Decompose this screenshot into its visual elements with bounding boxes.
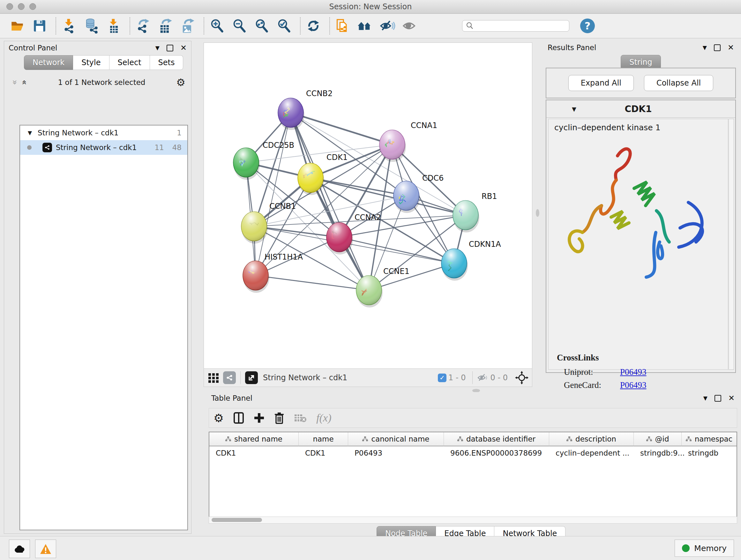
- delete-table-icon[interactable]: [294, 413, 307, 423]
- panel-collapse-icon[interactable]: ▼: [155, 45, 159, 51]
- group-nodes-icon[interactable]: [357, 17, 374, 34]
- copy-network-icon[interactable]: [334, 17, 351, 34]
- zoom-selected-icon[interactable]: [276, 17, 292, 34]
- control-panel-header: Control Panel ▼ ✕: [4, 41, 191, 53]
- panel-float-icon[interactable]: [166, 45, 173, 51]
- network-collection-row[interactable]: ▼ String Network – cdk1 1: [20, 125, 187, 140]
- column-header-id[interactable]: @id: [634, 432, 682, 446]
- vertical-splitter-handle[interactable]: [536, 209, 539, 217]
- network-node-HIST1H1A[interactable]: HIST1H1A: [243, 253, 303, 293]
- network-share-icon[interactable]: [223, 371, 236, 384]
- import-network-from-database-icon[interactable]: [83, 17, 99, 34]
- export-network-icon[interactable]: [135, 17, 151, 34]
- cloud-status-button[interactable]: [9, 540, 30, 558]
- hide-selected-icon[interactable]: [379, 17, 396, 34]
- cell-canonical-name[interactable]: P06493: [348, 446, 444, 460]
- expand-all-networks-icon[interactable]: »: [11, 80, 19, 85]
- zoom-fit-icon[interactable]: [253, 17, 270, 34]
- panel-close-icon[interactable]: ✕: [180, 44, 187, 52]
- tab-sets[interactable]: Sets: [150, 55, 184, 70]
- delete-column-trash-icon[interactable]: [274, 412, 284, 424]
- cloud-icon: [14, 545, 25, 553]
- selected-items-checkbox-icon[interactable]: ✓: [438, 374, 447, 382]
- search-input[interactable]: [474, 22, 569, 30]
- gene-expand-icon[interactable]: ▼: [572, 106, 576, 112]
- cell-description[interactable]: cyclin–dependent ...: [549, 446, 634, 460]
- column-header-canonical-name[interactable]: canonical name: [348, 432, 444, 446]
- table-row[interactable]: CDK1 CDK1 P06493 9606.ENSP00000378699 cy…: [209, 446, 737, 460]
- export-table-icon[interactable]: [157, 17, 174, 34]
- column-header-shared-name[interactable]: shared name: [209, 432, 299, 446]
- column-header-database-identifier[interactable]: database identifier: [444, 432, 549, 446]
- network-view-canvas[interactable]: CCNB2CCNA1CDC25BCDK1CDC6RB1CCNB1CCNA2CDK…: [204, 43, 532, 369]
- search-icon: [466, 22, 474, 30]
- panel-close-icon[interactable]: ✕: [728, 44, 734, 51]
- cell-id[interactable]: stringdb:9...: [634, 446, 682, 460]
- network-node-CCNA1[interactable]: CCNA1: [380, 121, 437, 162]
- expand-all-button[interactable]: Expand All: [568, 75, 634, 91]
- node-table: shared name name canonical name database…: [209, 432, 737, 518]
- panel-collapse-icon[interactable]: ▼: [703, 395, 708, 401]
- cell-namespace[interactable]: stringdb: [682, 446, 737, 460]
- table-horizontal-scrollbar[interactable]: [209, 516, 737, 523]
- toolbar-separator: [300, 17, 300, 35]
- node-label-HIST1H1A: HIST1H1A: [265, 253, 303, 261]
- warnings-button[interactable]: [35, 540, 56, 558]
- tree-expand-icon[interactable]: ▼: [28, 130, 32, 136]
- zoom-out-icon[interactable]: [231, 17, 248, 34]
- function-builder-icon[interactable]: f(x): [316, 412, 331, 424]
- panel-float-icon[interactable]: [715, 395, 721, 401]
- scrollbar-thumb[interactable]: [212, 518, 262, 522]
- refresh-icon[interactable]: [305, 17, 322, 34]
- memory-button[interactable]: Memory: [675, 540, 734, 557]
- open-in-new-window-icon[interactable]: [245, 371, 258, 384]
- panel-float-icon[interactable]: [714, 44, 721, 51]
- column-header-name[interactable]: name: [299, 432, 348, 446]
- status-bar: Memory: [0, 536, 741, 560]
- protein-structure-image: [550, 137, 723, 287]
- show-columns-icon[interactable]: [233, 412, 244, 424]
- show-all-icon[interactable]: [401, 17, 418, 34]
- tab-select[interactable]: Select: [110, 55, 150, 70]
- import-network-icon[interactable]: [61, 17, 77, 34]
- search-box[interactable]: [462, 20, 569, 32]
- table-settings-gear-icon[interactable]: ⚙: [213, 412, 224, 425]
- network-node-RB1[interactable]: RB1: [453, 192, 497, 233]
- import-table-icon[interactable]: [105, 17, 122, 34]
- column-header-namespace[interactable]: namespac: [682, 432, 737, 446]
- crosslink-genecard-link[interactable]: P06493: [620, 380, 647, 390]
- open-session-icon[interactable]: [9, 17, 25, 34]
- help-icon[interactable]: ?: [580, 18, 595, 33]
- network-options-gear-icon[interactable]: ⚙: [176, 76, 185, 88]
- collapse-all-button[interactable]: Collapse All: [644, 75, 713, 91]
- network-node-CDC6[interactable]: CDC6: [394, 174, 444, 213]
- collapse-all-networks-icon[interactable]: «: [20, 80, 29, 85]
- cell-shared-name[interactable]: CDK1: [209, 446, 299, 460]
- hidden-items-eye-slash-icon[interactable]: [477, 373, 488, 382]
- crosslink-uniprot-link[interactable]: P06493: [620, 367, 647, 377]
- panel-close-icon[interactable]: ✕: [728, 394, 735, 402]
- column-header-description[interactable]: description: [549, 432, 634, 446]
- gene-section-header[interactable]: ▼ CDK1: [546, 100, 735, 118]
- selected-counts: 1 - 0: [448, 373, 466, 382]
- add-column-icon[interactable]: [254, 413, 265, 423]
- save-session-icon[interactable]: [31, 17, 48, 34]
- zoom-in-icon[interactable]: [209, 17, 225, 34]
- results-scrollbar[interactable]: [729, 119, 734, 370]
- network-node-CCNE1[interactable]: CCNE1: [356, 267, 409, 307]
- cell-name[interactable]: CDK1: [299, 446, 348, 460]
- tab-network[interactable]: Network: [24, 55, 73, 70]
- birds-eye-view-icon[interactable]: [207, 371, 220, 384]
- export-image-icon[interactable]: [179, 17, 196, 34]
- fit-content-crosshair-icon[interactable]: [515, 371, 529, 385]
- network-node-CCNB1[interactable]: CCNB1: [241, 202, 296, 244]
- node-label-RB1: RB1: [482, 192, 497, 201]
- network-node-CDKN1A[interactable]: CDKN1A: [441, 240, 501, 281]
- tab-style[interactable]: Style: [73, 55, 109, 70]
- cell-database-identifier[interactable]: 9606.ENSP00000378699: [444, 446, 549, 460]
- network-row[interactable]: String Network – cdk1 11 48: [20, 140, 187, 155]
- gene-symbol: CDK1: [576, 104, 700, 114]
- panel-collapse-icon[interactable]: ▼: [703, 44, 707, 51]
- network-collection-label: String Network – cdk1: [38, 129, 177, 137]
- toolbar-separator: [204, 17, 204, 35]
